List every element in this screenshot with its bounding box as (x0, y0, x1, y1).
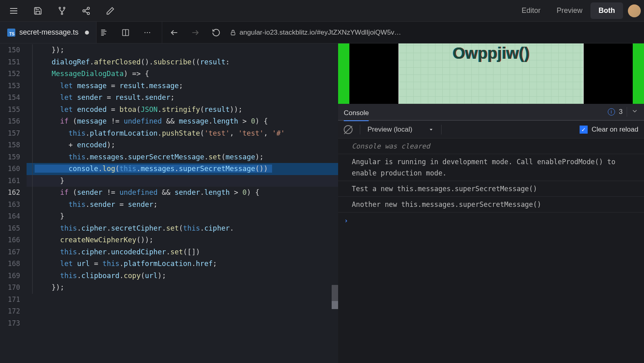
line-gutter: 1501511521531541551561571581591601611621… (0, 43, 27, 363)
code-line[interactable]: this.cipher.uncodedCipher.set([]) (27, 246, 338, 258)
code-line[interactable]: let url = this.platformLocation.href; (27, 258, 338, 270)
clear-on-reload-label: Clear on reload (592, 126, 638, 134)
svg-point-7 (83, 10, 85, 12)
code-line[interactable]: let message = result.message; (27, 80, 338, 92)
more-icon[interactable] (140, 25, 155, 40)
console-prompt[interactable] (338, 212, 644, 230)
code-line[interactable]: } (27, 210, 338, 223)
svg-rect-18 (231, 32, 235, 35)
code-line[interactable]: this.sender = sender; (27, 199, 338, 211)
view-preview-button[interactable]: Preview (549, 2, 590, 19)
tab-bar: TS secret-message.ts angular-io23.stackb… (0, 22, 644, 43)
forward-icon[interactable] (188, 25, 202, 40)
svg-point-15 (149, 32, 151, 33)
preview-bg-right (633, 43, 644, 104)
console-scope-label: Preview (local) (367, 126, 412, 134)
code-line[interactable]: this.clipboard.copy(url); (27, 270, 338, 282)
menu-icon[interactable] (6, 4, 21, 18)
tab-filename: secret-message.ts (19, 28, 78, 37)
top-toolbar: Editor Preview Both (0, 0, 644, 22)
svg-point-14 (147, 32, 148, 33)
typescript-icon: TS (7, 29, 15, 37)
console-message: Test a new this.messages.superSecretMess… (338, 181, 644, 197)
console-scope-select[interactable]: Preview (local) (367, 126, 434, 134)
console-message: Console was cleared (338, 138, 644, 154)
svg-point-13 (144, 32, 146, 33)
preview-pane: Owppjiw() Console i 3 Preview (local) (338, 43, 644, 363)
lock-icon (230, 29, 236, 36)
code-line[interactable]: } (27, 175, 338, 187)
editor-pane[interactable]: 1501511521531541551561571581591601611621… (0, 43, 338, 363)
save-icon[interactable] (31, 4, 45, 18)
split-handle[interactable] (332, 301, 338, 309)
back-icon[interactable] (167, 25, 182, 40)
dropdown-icon (428, 127, 434, 132)
code-line[interactable]: this.platformLocation.pushState('test', … (27, 128, 338, 140)
code-area[interactable]: }); dialogRef.afterClosed().subscribe((r… (27, 43, 338, 363)
svg-point-4 (64, 7, 65, 8)
tab-dirty-indicator (85, 31, 89, 35)
svg-point-6 (87, 7, 90, 9)
svg-point-5 (61, 13, 63, 14)
code-line[interactable]: let sender = result.sender; (27, 92, 338, 104)
fork-icon[interactable] (55, 4, 69, 18)
code-line[interactable]: }); (27, 282, 338, 294)
console-message: Another new this.messages.superSecretMes… (338, 197, 644, 212)
view-both-button[interactable]: Both (590, 2, 623, 19)
reload-icon[interactable] (209, 25, 223, 40)
console-message: Angular is running in development mode. … (338, 154, 644, 181)
code-line[interactable]: dialogRef.afterClosed().subscribe((resul… (27, 56, 338, 68)
split-icon[interactable] (118, 25, 133, 40)
code-line[interactable]: console.log(this.messages.superSecretMes… (27, 163, 338, 175)
format-icon[interactable] (97, 25, 111, 40)
code-line[interactable]: createNewCipherKey()); (27, 234, 338, 246)
svg-line-10 (85, 11, 87, 13)
scrollbar-thumb[interactable] (332, 285, 338, 303)
url-bar[interactable]: angular-io23.stackblitz.io/#eyJtZXNzYWdl… (230, 29, 639, 37)
svg-line-9 (85, 8, 87, 10)
code-line[interactable]: this.messages.superSecretMessage.set(mes… (27, 151, 338, 163)
chevron-down-icon[interactable] (631, 107, 638, 116)
code-line[interactable]: }); (27, 44, 338, 56)
edit-icon[interactable] (103, 4, 118, 18)
code-line[interactable]: this.cipher.secretCipher.set(this.cipher… (27, 223, 338, 235)
clear-console-icon[interactable] (344, 125, 353, 134)
code-line[interactable]: MessageDialogData) => { (27, 68, 338, 80)
console-body[interactable]: Console was clearedAngular is running in… (338, 138, 644, 363)
clear-on-reload-checkbox[interactable]: ✓ (580, 126, 588, 134)
preview-viewport[interactable]: Owppjiw() (338, 43, 644, 104)
code-line[interactable]: if (message != undefined && message.leng… (27, 116, 338, 128)
console-tab[interactable]: Console (344, 109, 369, 121)
code-line[interactable]: + encoded); (27, 139, 338, 151)
console-header: Console i 3 (338, 104, 644, 121)
svg-point-8 (87, 12, 90, 14)
view-editor-button[interactable]: Editor (514, 2, 549, 19)
console-count: 3 (619, 108, 623, 116)
code-line[interactable]: let encoded = btoa(JSON.stringify(result… (27, 104, 338, 116)
info-icon: i (608, 108, 615, 116)
preview-bg-left (338, 43, 349, 104)
preview-text: Owppjiw() (452, 44, 529, 62)
code-line[interactable]: if (sender != undefined && sender.length… (27, 187, 338, 199)
preview-card: Owppjiw() (398, 43, 584, 104)
svg-point-3 (59, 7, 61, 8)
url-text: angular-io23.stackblitz.io/#eyJtZXNzYWdl… (239, 29, 401, 37)
avatar[interactable] (628, 4, 641, 17)
svg-marker-19 (430, 129, 433, 130)
file-tab[interactable]: TS secret-message.ts (0, 22, 97, 43)
share-icon[interactable] (79, 4, 93, 18)
console-filter-bar: Preview (local) ✓ Clear on reload (338, 121, 644, 138)
